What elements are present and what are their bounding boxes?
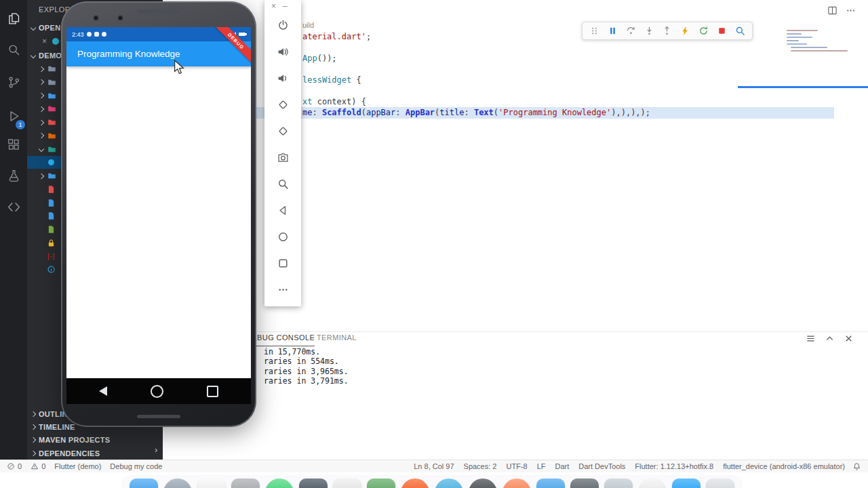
overview-button[interactable] [264, 250, 301, 277]
status-item[interactable]: LF [537, 462, 546, 470]
sidebar-overflow-chevron[interactable]: › [155, 445, 157, 455]
hot-reload-button[interactable] [678, 24, 693, 39]
dock-app-store[interactable] [299, 479, 328, 488]
drag-handle-button[interactable] [587, 24, 601, 39]
console-line: in 15,770ms. [264, 347, 320, 357]
power-button[interactable] [264, 12, 301, 39]
section-dependencies[interactable]: DEPENDENCIES [27, 447, 163, 460]
tab-debug-console[interactable]: DEBUG CONSOLE [246, 333, 315, 346]
chevron-down-icon [39, 146, 44, 152]
dock-firefox[interactable] [502, 479, 531, 488]
problems-errors[interactable]: 0 [7, 462, 22, 470]
split-editor-icon[interactable] [827, 5, 837, 16]
dock-reddit[interactable] [401, 479, 429, 488]
dock-docker[interactable] [536, 479, 565, 488]
close-icon[interactable]: × [271, 1, 276, 12]
section-label: DEPENDENCIES [39, 449, 100, 458]
folder-icon [47, 64, 56, 73]
chevron-right-icon [39, 93, 44, 98]
screenshot-button[interactable] [264, 144, 301, 171]
recents-button[interactable] [207, 386, 218, 397]
more-actions-icon[interactable] [846, 5, 856, 16]
step-into-button[interactable] [642, 24, 656, 39]
status-item[interactable]: Dart [555, 462, 569, 470]
code-line[interactable]: aterial.dart'; [302, 31, 371, 42]
dock-safari[interactable] [163, 479, 192, 488]
activity-testing[interactable] [0, 161, 27, 190]
dock-settings[interactable] [231, 479, 260, 488]
status-item[interactable]: flutter_device (android-x86 emulator) [723, 462, 845, 470]
code-token: ( [494, 108, 498, 117]
back-button[interactable] [99, 386, 107, 396]
minimap-mark [787, 43, 807, 45]
activity-explorer[interactable] [0, 4, 27, 33]
indent [39, 268, 43, 271]
volume-down-button[interactable] [264, 65, 301, 92]
filter-icon[interactable] [806, 333, 816, 344]
dock-sketch[interactable] [604, 479, 633, 488]
chevron-right-icon [39, 106, 44, 112]
widget-inspector-button[interactable] [732, 24, 747, 39]
pause-button[interactable] [605, 24, 620, 39]
step-out-button[interactable] [660, 24, 675, 39]
status-item[interactable]: Ln 8, Col 97 [414, 462, 454, 470]
volume-up-button[interactable] [264, 39, 301, 65]
dock-youtube[interactable] [333, 479, 361, 488]
breadcrumb[interactable]: uild [302, 21, 314, 29]
activity-run-and-debug[interactable]: 1 [0, 102, 27, 130]
app-title: Programming Knowledge [77, 49, 180, 59]
section-maven-projects[interactable]: MAVEN PROJECTS [27, 433, 163, 447]
collapse-icon[interactable] [825, 333, 835, 344]
dock-github[interactable] [469, 479, 497, 488]
status-item[interactable]: Flutter: 1.12.13+hotfix.8 [635, 462, 713, 470]
dock-photos[interactable] [638, 479, 667, 488]
activity-remote[interactable] [0, 192, 27, 221]
close-icon[interactable] [844, 333, 854, 344]
rotate-left-button[interactable] [264, 92, 301, 118]
minimap[interactable] [785, 24, 867, 89]
rotate-right-button[interactable] [264, 118, 301, 144]
indent [39, 201, 43, 205]
code-line[interactable]: lessWidget { [302, 75, 361, 85]
stop-button[interactable] [715, 24, 730, 39]
dock-vscode[interactable] [672, 479, 701, 488]
minimize-icon[interactable]: – [283, 1, 288, 12]
status-item[interactable]: Flutter (demo) [54, 462, 101, 470]
more-button[interactable] [264, 277, 301, 303]
back-button[interactable] [264, 197, 301, 224]
phone-screen[interactable]: 2:43 Programming Knowledge DEBUG [66, 27, 251, 404]
folder-icon [47, 131, 56, 140]
status-item[interactable]: Dart DevTools [578, 462, 625, 470]
code-line[interactable]: xt context) { [302, 96, 366, 107]
activity-search[interactable] [0, 35, 27, 64]
status-item[interactable]: Debug my code [110, 462, 162, 470]
activity-source-control[interactable] [0, 68, 27, 96]
status-item[interactable]: Spaces: 2 [464, 462, 497, 470]
tab-terminal[interactable]: TERMINAL [317, 333, 357, 346]
dock-terminal[interactable] [570, 479, 599, 488]
status-item[interactable]: UTF-8 [506, 462, 527, 470]
dock-trash[interactable] [706, 479, 734, 488]
minimap-mark [791, 47, 827, 48]
dock-whatsapp[interactable] [265, 479, 294, 488]
file-icon [47, 211, 56, 220]
dock-telegram[interactable] [435, 479, 463, 488]
step-over-button[interactable] [623, 24, 638, 39]
home-button[interactable] [151, 385, 163, 398]
code-line[interactable]: App()); [302, 53, 337, 64]
problems-warnings[interactable]: 0 [31, 462, 45, 470]
zoom-button[interactable] [264, 171, 301, 197]
dock-plant[interactable] [367, 479, 395, 488]
mouse-cursor [174, 60, 184, 77]
dock-notes[interactable] [197, 479, 226, 488]
code-line[interactable]: me: Scaffold(appBar: AppBar(title: Text(… [256, 107, 834, 119]
dock-finder[interactable] [130, 479, 158, 488]
code-token: ( [361, 108, 366, 117]
folder-root-label: DEMO [39, 52, 62, 60]
activity-extensions[interactable] [0, 130, 27, 159]
close-icon[interactable]: × [42, 37, 47, 45]
restart-button[interactable] [696, 24, 711, 39]
home-button[interactable] [264, 224, 301, 250]
indent [39, 228, 43, 231]
bell-icon[interactable] [852, 462, 861, 472]
